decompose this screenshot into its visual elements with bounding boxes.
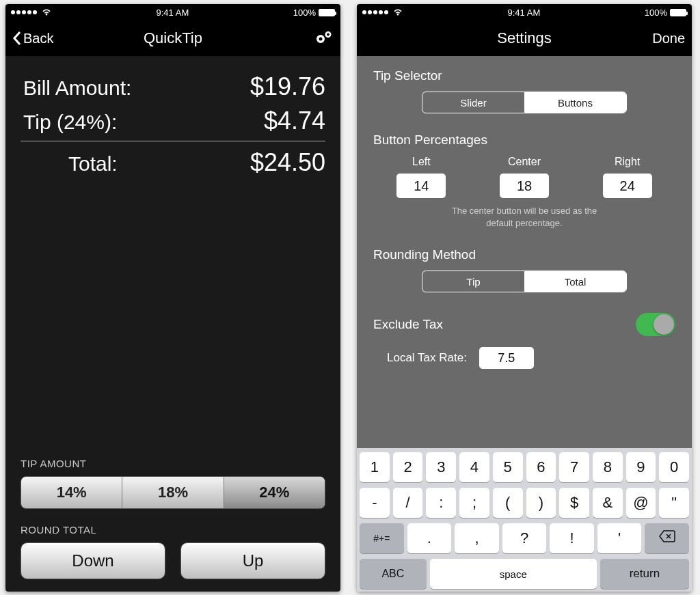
settings-button[interactable] xyxy=(314,29,334,48)
pct-header-left: Left xyxy=(412,156,431,168)
status-bar: 9:41 AM 100% xyxy=(357,4,692,20)
rounding-segmented: Tip Total xyxy=(422,271,627,292)
chevron-left-icon xyxy=(12,31,22,46)
bill-value: $19.76 xyxy=(250,72,325,101)
pct-header-center: Center xyxy=(508,156,541,168)
settings-content: Tip Selector Slider Buttons Button Perce… xyxy=(357,56,692,448)
tip-percent-segmented: 14% 18% 24% xyxy=(21,476,325,509)
key-colon[interactable]: : xyxy=(426,488,456,518)
key-apostrophe[interactable]: ' xyxy=(597,523,642,553)
pct-center-input[interactable] xyxy=(500,174,549,198)
key-comma[interactable]: , xyxy=(455,523,499,553)
tip-amount-section-label: TIP AMOUNT xyxy=(21,458,325,469)
pct-header-right: Right xyxy=(615,156,640,168)
bill-label: Bill Amount: xyxy=(21,77,131,100)
key-7[interactable]: 7 xyxy=(559,452,589,482)
button-pct-label: Button Percentages xyxy=(373,133,675,148)
exclude-tax-toggle[interactable] xyxy=(636,313,675,336)
key-4[interactable]: 4 xyxy=(459,452,489,482)
done-label: Done xyxy=(652,31,685,46)
exclude-tax-label: Exclude Tax xyxy=(373,317,443,332)
status-time: 9:41 AM xyxy=(52,8,293,18)
key-3[interactable]: 3 xyxy=(426,452,456,482)
round-down-button[interactable]: Down xyxy=(21,542,165,579)
rounding-total[interactable]: Total xyxy=(524,271,626,292)
back-label: Back xyxy=(23,31,53,46)
key-0[interactable]: 0 xyxy=(659,452,689,482)
main-content: Bill Amount: $19.76 Tip (24%): $4.74 Tot… xyxy=(5,56,340,592)
key-amp[interactable]: & xyxy=(593,488,623,518)
nav-bar: Back QuickTip xyxy=(5,20,340,56)
key-5[interactable]: 5 xyxy=(493,452,523,482)
tip-selector-slider[interactable]: Slider xyxy=(422,92,524,113)
key-quote[interactable]: " xyxy=(659,488,689,518)
key-abc[interactable]: ABC xyxy=(360,559,427,589)
pct-left-input[interactable] xyxy=(396,174,446,198)
key-symbols[interactable]: #+= xyxy=(360,523,404,553)
total-value: $24.50 xyxy=(250,148,325,177)
tip-value: $4.74 xyxy=(264,107,325,135)
key-at[interactable]: @ xyxy=(626,488,656,518)
tip-option-14[interactable]: 14% xyxy=(21,477,122,508)
tip-label: Tip (24%): xyxy=(21,111,117,134)
round-section-label: ROUND TOTAL xyxy=(21,524,325,536)
battery-percent: 100% xyxy=(293,8,316,18)
status-time: 9:41 AM xyxy=(403,8,645,18)
rounding-label: Rounding Method xyxy=(373,247,675,262)
tip-option-18[interactable]: 18% xyxy=(122,477,224,508)
divider xyxy=(21,141,325,141)
key-question[interactable]: ? xyxy=(502,523,547,553)
backspace-icon xyxy=(658,529,676,547)
tip-option-24[interactable]: 24% xyxy=(224,477,325,508)
signal-dots-icon xyxy=(11,10,37,14)
key-dash[interactable]: - xyxy=(360,488,390,518)
pct-right-input[interactable] xyxy=(603,174,652,198)
quicktip-screen: 9:41 AM 100% Back QuickTip xyxy=(5,4,340,592)
key-6[interactable]: 6 xyxy=(526,452,556,482)
key-9[interactable]: 9 xyxy=(626,452,656,482)
done-button[interactable]: Done xyxy=(652,31,685,46)
wifi-icon xyxy=(41,8,52,18)
nav-title: QuickTip xyxy=(5,29,340,47)
back-button[interactable]: Back xyxy=(12,31,53,46)
total-label: Total: xyxy=(21,152,118,176)
key-1[interactable]: 1 xyxy=(360,452,390,482)
key-lparen[interactable]: ( xyxy=(493,488,523,518)
key-dollar[interactable]: $ xyxy=(559,488,589,518)
wifi-icon xyxy=(392,8,403,18)
battery-icon xyxy=(670,9,686,16)
settings-screen: 9:41 AM 100% Settings Done Tip Selector … xyxy=(357,4,692,592)
battery-percent: 100% xyxy=(645,8,667,18)
gears-icon xyxy=(314,29,334,48)
key-return[interactable]: return xyxy=(600,559,689,589)
key-8[interactable]: 8 xyxy=(593,452,623,482)
local-tax-label: Local Tax Rate: xyxy=(387,351,467,365)
local-tax-input[interactable] xyxy=(479,347,534,369)
key-2[interactable]: 2 xyxy=(393,452,423,482)
rounding-tip[interactable]: Tip xyxy=(422,271,524,292)
nav-bar: Settings Done xyxy=(357,20,692,56)
tip-selector-buttons[interactable]: Buttons xyxy=(524,92,626,113)
key-space[interactable]: space xyxy=(430,559,597,589)
status-bar: 9:41 AM 100% xyxy=(5,4,340,20)
battery-icon xyxy=(319,9,335,16)
tip-selector-label: Tip Selector xyxy=(373,68,675,83)
key-semicolon[interactable]: ; xyxy=(459,488,489,518)
round-up-button[interactable]: Up xyxy=(180,542,325,579)
key-rparen[interactable]: ) xyxy=(526,488,556,518)
nav-title: Settings xyxy=(357,29,692,47)
tip-selector-segmented: Slider Buttons xyxy=(422,92,627,113)
keyboard: 1 2 3 4 5 6 7 8 9 0 - / : ; ( ) $ & @ " … xyxy=(357,448,692,592)
signal-dots-icon xyxy=(362,10,388,14)
pct-hint: The center button will be used as thedef… xyxy=(373,205,675,230)
key-backspace[interactable] xyxy=(645,523,689,553)
key-exclaim[interactable]: ! xyxy=(550,523,594,553)
key-period[interactable]: . xyxy=(407,523,452,553)
key-slash[interactable]: / xyxy=(393,488,423,518)
